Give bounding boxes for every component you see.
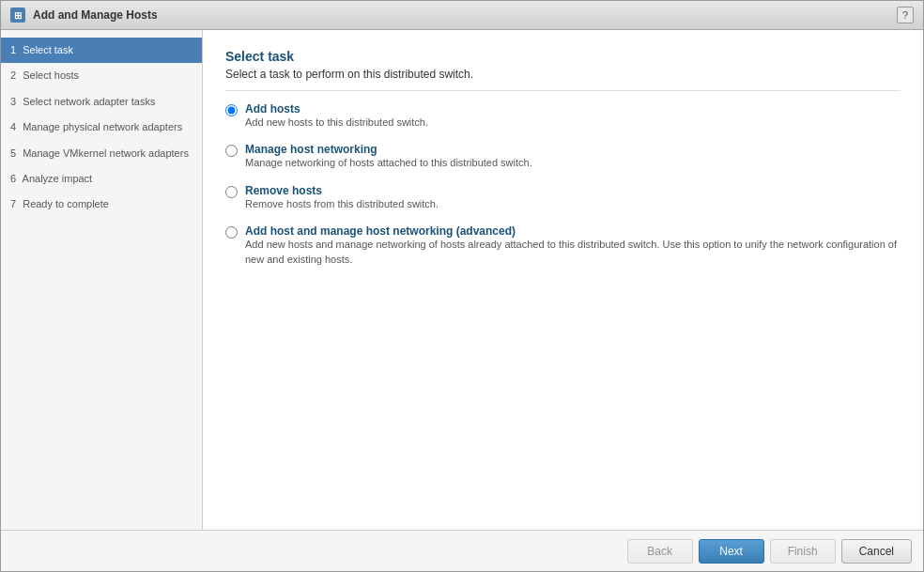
radio-label-advanced[interactable]: Add host and manage host networking (adv…	[245, 224, 516, 238]
radio-content-advanced: Add host and manage host networking (adv…	[245, 224, 901, 267]
radio-advanced[interactable]	[225, 226, 238, 239]
step-num-6: 6	[10, 173, 16, 184]
task-radio-group: Add hosts Add new hosts to this distribu…	[225, 102, 901, 267]
step-label-1: Select task	[23, 44, 73, 55]
sidebar-item-4[interactable]: 4 Manage physical network adapters	[1, 115, 202, 140]
radio-option-remove-hosts: Remove hosts Remove hosts from this dist…	[225, 184, 901, 211]
back-button[interactable]: Back	[627, 539, 693, 564]
sidebar-item-5[interactable]: 5 Manage VMkernel network adapters	[1, 141, 202, 166]
radio-remove-hosts[interactable]	[225, 186, 238, 198]
step-label-4: Manage physical network adapters	[23, 121, 182, 132]
title-bar: ⊞ Add and Manage Hosts ?	[1, 1, 923, 30]
radio-content-add-hosts: Add hosts Add new hosts to this distribu…	[245, 102, 901, 130]
main-panel: Select task Select a task to perform on …	[203, 30, 923, 530]
step-label-2: Select hosts	[23, 70, 79, 81]
sidebar-item-6[interactable]: 6 Analyze impact	[1, 166, 202, 192]
sidebar-item-3[interactable]: 3 Select network adapter tasks	[1, 89, 202, 115]
dialog-content: 1 Select task 2 Select hosts 3 Select ne…	[1, 30, 923, 530]
finish-button[interactable]: Finish	[770, 539, 836, 564]
window-title: Add and Manage Hosts	[33, 8, 889, 22]
radio-desc-remove-hosts: Remove hosts from this distributed switc…	[245, 197, 901, 211]
next-button[interactable]: Next	[699, 539, 764, 564]
radio-desc-manage-networking: Manage networking of hosts attached to t…	[245, 156, 901, 170]
step-label-5: Manage VMkernel network adapters	[23, 147, 189, 159]
radio-option-add-hosts: Add hosts Add new hosts to this distribu…	[225, 102, 901, 130]
radio-label-add-hosts[interactable]: Add hosts	[245, 102, 300, 116]
radio-content-remove-hosts: Remove hosts Remove hosts from this dist…	[245, 184, 901, 211]
sidebar-item-2[interactable]: 2 Select hosts	[1, 63, 202, 88]
help-button[interactable]: ?	[897, 7, 914, 23]
step-num-2: 2	[10, 70, 16, 81]
window-icon: ⊞	[10, 8, 25, 23]
panel-title: Select task	[225, 49, 901, 64]
step-label-6: Analyze impact	[23, 173, 93, 184]
radio-desc-advanced: Add new hosts and manage networking of h…	[245, 238, 901, 267]
panel-subtitle: Select a task to perform on this distrib…	[225, 68, 901, 91]
sidebar: 1 Select task 2 Select hosts 3 Select ne…	[1, 30, 203, 530]
step-label-7: Ready to complete	[23, 198, 109, 209]
step-num-5: 5	[10, 147, 16, 159]
step-num-3: 3	[10, 96, 16, 107]
radio-content-manage-networking: Manage host networking Manage networking…	[245, 143, 901, 170]
step-num-4: 4	[10, 121, 16, 132]
radio-option-manage-networking: Manage host networking Manage networking…	[225, 143, 901, 170]
radio-manage-networking[interactable]	[225, 145, 238, 157]
sidebar-item-1[interactable]: 1 Select task	[1, 38, 202, 63]
dialog-footer: Back Next Finish Cancel	[1, 530, 923, 571]
dialog-window: ⊞ Add and Manage Hosts ? 1 Select task 2…	[0, 0, 924, 572]
step-label-3: Select network adapter tasks	[23, 96, 155, 107]
radio-option-advanced: Add host and manage host networking (adv…	[225, 224, 901, 267]
sidebar-item-7[interactable]: 7 Ready to complete	[1, 192, 202, 217]
step-num-7: 7	[10, 198, 16, 209]
radio-label-remove-hosts[interactable]: Remove hosts	[245, 184, 322, 197]
step-num-1: 1	[10, 44, 16, 55]
radio-desc-add-hosts: Add new hosts to this distributed switch…	[245, 116, 901, 130]
cancel-button[interactable]: Cancel	[841, 539, 912, 564]
radio-add-hosts[interactable]	[225, 104, 238, 116]
radio-label-manage-networking[interactable]: Manage host networking	[245, 143, 377, 156]
